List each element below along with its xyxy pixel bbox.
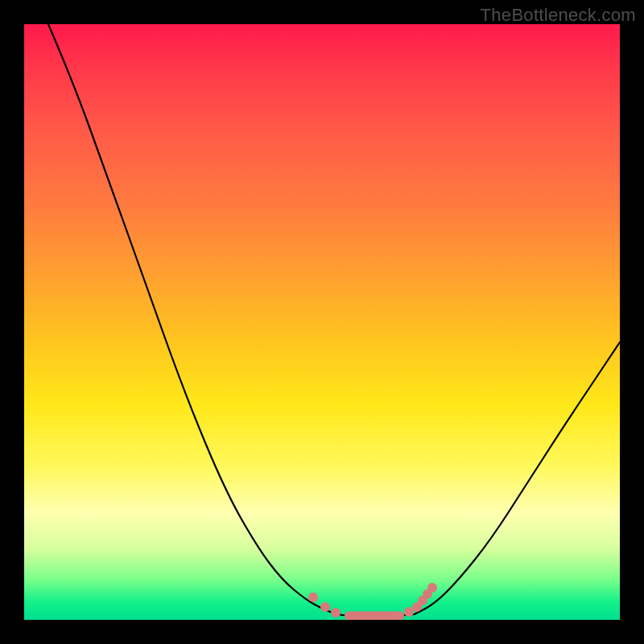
bottleneck-curve [48,24,620,617]
marker-dot [427,583,437,592]
marker-dot [418,596,427,605]
marker-dot [331,608,341,617]
watermark-text: TheBottleneck.com [481,5,636,26]
marker-dot [308,592,318,602]
marker-dot [320,602,330,612]
valley-flat-marker [345,612,404,621]
marker-dot [404,607,414,617]
marker-dot [412,602,422,612]
marker-group [308,583,437,617]
chart-frame: TheBottleneck.com [0,0,644,644]
marker-dot [423,589,432,599]
curve-layer [24,24,620,620]
plot-area [24,24,620,620]
